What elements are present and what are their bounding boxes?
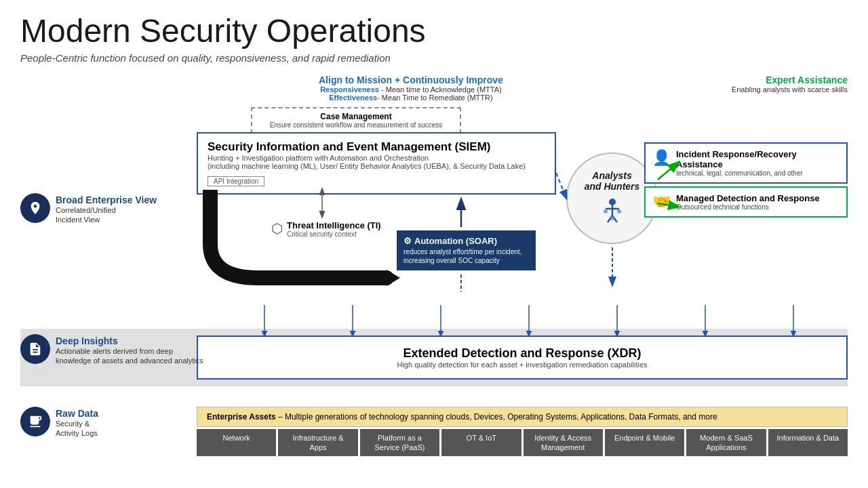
deep-insights-label: Deep Insights Actionable alerts derived …	[20, 334, 203, 366]
asset-tag: Infrastructure & Apps	[278, 429, 357, 457]
svg-point-0	[609, 199, 616, 205]
align-title: Align to Mission + Continuously Improve	[319, 75, 503, 85]
asset-tag: Endpoint & Mobile	[605, 429, 684, 457]
expert-title: Expert Assistance	[732, 75, 848, 85]
broad-sub2: Incident View	[56, 215, 157, 224]
xdr-sub: High quality detection for each asset + …	[212, 361, 833, 369]
xdr-box: Extended Detection and Response (XDR) Hi…	[197, 336, 848, 380]
asset-tag: Modern & SaaS Applications	[686, 429, 766, 457]
siem-box: Security Information and Event Managemen…	[197, 132, 556, 195]
analysts-title2: and Hunters	[585, 181, 640, 192]
asset-tag: Network	[197, 429, 276, 457]
ti-section: ⬡ Threat Intelligence (TI) Critical secu…	[271, 220, 381, 238]
asset-tag: Information & Data	[768, 429, 848, 457]
case-mgmt-box: Case Management Ensure consistent workfl…	[251, 107, 461, 134]
api-badge: API Integration	[208, 176, 264, 186]
siem-sub1: Hunting + Investigation platform with Au…	[208, 154, 545, 162]
soar-title: ⚙Automation (SOAR)	[403, 236, 529, 246]
broad-title: Broad Enterprise View	[56, 195, 157, 205]
enterprise-header: Enterprise Assets – Multiple generations…	[197, 407, 848, 427]
asset-tag: OT & IoT	[441, 429, 521, 457]
enterprise-bold: Enterprise Assets	[207, 412, 276, 422]
raw-sub1: Security &	[56, 419, 98, 428]
broad-enterprise-label: Broad Enterprise View Correlated/Unified…	[20, 193, 157, 225]
asset-tags-container: NetworkInfrastructure & AppsPlatform as …	[197, 429, 848, 457]
mdr-icon: 🤝	[652, 193, 671, 211]
svg-marker-15	[387, 270, 400, 286]
svg-point-7	[610, 216, 614, 220]
effectiveness-label: Effectiveness	[329, 94, 377, 102]
mdr-sub: Outsourced technical functions	[676, 203, 820, 211]
analysts-figure	[599, 197, 626, 226]
ti-sub: Critical security context	[287, 230, 381, 238]
svg-line-8	[556, 173, 566, 198]
deep-sub2: knowledge of assets and advanced analyti…	[56, 356, 203, 365]
page: Modern Security Operations People-Centri…	[0, 0, 868, 488]
svg-point-6	[617, 209, 621, 214]
ir-box: 👤 Incident Response/Recovery Assistance …	[644, 142, 848, 184]
title-section: Modern Security Operations People-Centri…	[20, 14, 848, 64]
raw-sub2: Activity Logs	[56, 428, 98, 438]
deep-icon	[20, 334, 50, 364]
deep-title: Deep Insights	[56, 336, 203, 346]
soar-sub: reduces analyst effort/time per incident…	[403, 247, 529, 265]
page-title: Modern Security Operations	[20, 14, 848, 49]
case-mgmt-title: Case Management	[259, 112, 453, 121]
broad-sub1: Correlated/Unified	[56, 205, 157, 215]
svg-point-5	[604, 209, 608, 214]
asset-tag: Platform as a Service (PaaS)	[360, 429, 439, 457]
xdr-title: Extended Detection and Response (XDR)	[212, 346, 833, 361]
raw-icon	[20, 407, 50, 436]
ir-sub: technical, legal, communication, and oth…	[676, 169, 840, 177]
raw-data-label: Raw Data Security & Activity Logs	[20, 407, 98, 439]
analysts-title1: Analysts	[585, 170, 640, 182]
case-mgmt-sub: Ensure consistent workflow and measureme…	[259, 121, 453, 129]
expert-section: Expert Assistance Enabling analysts with…	[732, 75, 848, 94]
align-section: Align to Mission + Continuously Improve …	[319, 75, 503, 102]
enterprise-section: Enterprise Assets – Multiple generations…	[197, 407, 848, 457]
effectiveness-text: - Mean Time to Remediate (MTTR)	[377, 94, 493, 102]
ti-title: Threat Intelligence (TI)	[287, 220, 381, 230]
deep-sub1: Actionable alerts derived from deep	[56, 346, 203, 356]
siem-sub2: (including machine learning (ML), User/ …	[208, 162, 545, 170]
asset-tag: Identity & Access Management	[524, 429, 603, 457]
raw-title: Raw Data	[56, 408, 98, 419]
enterprise-rest: – Multiple generations of technology spa…	[276, 412, 717, 422]
responsiveness-text: - Mean time to Acknowledge (MTTA)	[379, 85, 502, 94]
broad-icon	[20, 193, 50, 223]
ir-title: Incident Response/Recovery Assistance	[676, 149, 840, 169]
page-subtitle: People-Centric function focused on quali…	[20, 52, 848, 64]
siem-title: Security Information and Event Managemen…	[208, 140, 545, 154]
ir-icon: 👤	[652, 149, 671, 167]
mdr-title: Managed Detection and Response	[676, 193, 820, 203]
ti-icon: ⬡	[271, 220, 283, 237]
soar-box: ⚙Automation (SOAR) reduces analyst effor…	[397, 230, 536, 270]
expert-sub: Enabling analysts with scarce skills	[732, 85, 848, 94]
responsiveness-label: Responsiveness	[320, 85, 379, 94]
mdr-box: 🤝 Managed Detection and Response Outsour…	[644, 186, 848, 218]
flow-curve	[190, 190, 400, 325]
